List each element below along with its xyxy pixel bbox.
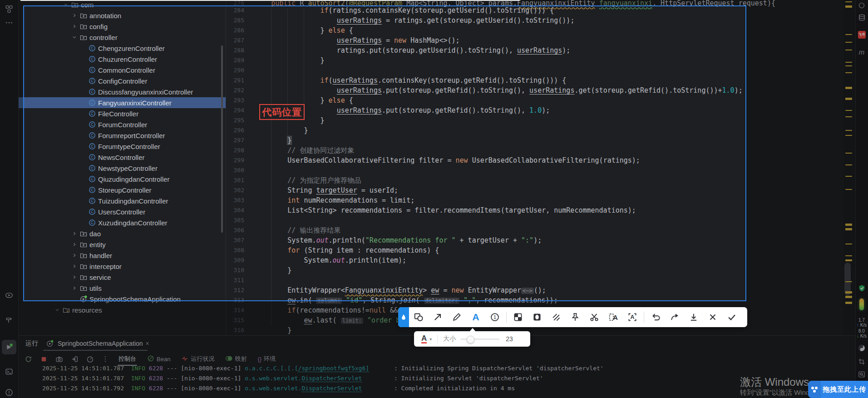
tree-item-FileController[interactable]: CFileController [19, 108, 226, 119]
tree-item-com[interactable]: com [19, 0, 226, 10]
tree-item-utils[interactable]: utils [19, 283, 226, 294]
project-structure-icon[interactable] [2, 2, 16, 16]
tree-item-entity[interactable]: entity [19, 239, 226, 250]
more-tool-windows-icon[interactable] [2, 15, 16, 30]
shapes-tool[interactable] [409, 307, 428, 327]
code-token: join [399, 296, 415, 304]
screenshot-toolbar[interactable]: A1AA [398, 307, 747, 327]
font-size-slider[interactable] [460, 336, 499, 342]
notifications-icon[interactable] [855, 0, 868, 11]
spotlight-tool[interactable] [528, 307, 547, 327]
problems-icon[interactable] [2, 385, 16, 398]
slider-thumb[interactable] [467, 336, 474, 343]
chevron-right-icon[interactable] [71, 241, 78, 248]
terminal-icon[interactable] [2, 364, 16, 379]
stop-icon[interactable] [39, 354, 49, 364]
chevron-down-icon[interactable] [54, 306, 61, 313]
code-token: userRatings [337, 16, 382, 25]
tree-item-DiscussfangyuanxinxiController[interactable]: CDiscussfangyuanxinxiController [19, 86, 226, 97]
class-icon: C [89, 197, 96, 204]
tree-item-interceptor[interactable]: interceptor [19, 261, 226, 272]
tree-item-ForumreportController[interactable]: CForumreportController [19, 130, 226, 141]
tree-item-ForumtypeController[interactable]: CForumtypeController [19, 141, 226, 152]
chevron-right-icon[interactable] [71, 230, 78, 237]
importx-icon[interactable] [69, 354, 79, 364]
tree-item-dao[interactable]: dao [19, 228, 226, 239]
chevron-right-icon[interactable] [71, 12, 78, 19]
antivirus-shield-icon[interactable] [855, 282, 868, 294]
rerun-icon[interactable] [23, 354, 33, 364]
confirm-tool-button[interactable] [722, 307, 741, 327]
more-options-icon[interactable]: ⋮ [100, 354, 110, 364]
tree-item-TuizudingdanController[interactable]: CTuizudingdanController [19, 195, 226, 206]
maven-icon[interactable]: m [855, 45, 868, 58]
tree-item-ForumController[interactable]: CForumController [19, 119, 226, 130]
performance-meter[interactable] [855, 298, 868, 311]
tree-item-ConfigController[interactable]: CConfigController [19, 75, 226, 86]
chevron-right-icon[interactable] [71, 263, 78, 270]
tree-item-handler[interactable]: handler [19, 250, 226, 261]
pin-tool[interactable] [566, 307, 585, 327]
tree-item-FangyuanxinxiController[interactable]: CFangyuanxinxiController [19, 97, 226, 108]
code-editor[interactable]: 276 public R autoSort2(@RequestParam Map… [226, 0, 844, 335]
code-token: limit: [341, 318, 363, 324]
hatch-tool[interactable] [547, 307, 566, 327]
build-icon[interactable] [2, 313, 16, 327]
tree-item-NewstypeController[interactable]: CNewstypeController [19, 163, 226, 174]
chevron-right-icon[interactable] [71, 274, 78, 281]
stripe-mark [845, 65, 852, 66]
download-tool[interactable] [684, 307, 703, 327]
brush-tool-active[interactable] [398, 307, 409, 327]
swirl-app-icon[interactable] [855, 342, 868, 354]
arrow-tool[interactable] [428, 307, 447, 327]
cut-tool[interactable] [585, 307, 604, 327]
class-icon: C [89, 143, 96, 150]
screenshot-crop-icon[interactable] [855, 355, 868, 368]
drag-upload-chip[interactable]: 拖拽至此上传 [808, 381, 868, 398]
tree-item-NewsController[interactable]: CNewsController [19, 152, 226, 163]
chevron-down-icon[interactable] [71, 34, 78, 41]
tree-item-resources[interactable]: resources [19, 304, 226, 315]
services-icon[interactable] [2, 288, 16, 303]
svg-text:A: A [631, 314, 635, 320]
font-settings-popup[interactable]: A ▾ 大小 23 [414, 331, 530, 347]
run-icon[interactable] [2, 340, 16, 354]
editor-scrollbar-thumb[interactable] [844, 263, 851, 295]
pen-tool[interactable] [447, 307, 466, 327]
text-tool[interactable]: A [466, 307, 485, 327]
chevron-right-icon[interactable] [71, 284, 78, 292]
undo-tool[interactable] [646, 307, 665, 327]
tree-item-ChuzurenController[interactable]: CChuzurenController [19, 54, 226, 65]
font-color-button[interactable]: A [421, 334, 427, 343]
tree-item-controller[interactable]: controller [19, 32, 226, 43]
chevron-down-icon[interactable] [62, 1, 69, 8]
close-icon[interactable]: × [146, 340, 149, 347]
tree-item-UsersController[interactable]: CUsersController [19, 206, 226, 217]
net-down-speed[interactable]: 8.0↓ K/s [855, 327, 868, 340]
feishu-plugin-icon[interactable]: 飞书 [855, 28, 868, 41]
camera-icon[interactable] [54, 354, 64, 364]
red-annotation-box[interactable]: 代码位置 [259, 104, 305, 120]
tree-item-StoreupController[interactable]: CStoreupController [19, 184, 226, 195]
chevron-right-icon[interactable] [71, 252, 78, 259]
search-tool-icon[interactable] [855, 368, 868, 381]
tree-item-QiuzudingdanController[interactable]: CQiuzudingdanController [19, 174, 226, 184]
run-tab[interactable]: SpringbootSchemaApplication × [45, 338, 149, 349]
chevron-right-icon[interactable] [71, 23, 78, 30]
tree-item-ChengzurenController[interactable]: CChengzurenController [19, 43, 226, 54]
database-icon[interactable] [855, 11, 868, 24]
share-tool[interactable] [665, 307, 684, 327]
tree-item-XuzudingdanController[interactable]: CXuzudingdanController [19, 217, 226, 228]
tree-item-SpringbootSchemaApplication[interactable]: SpringbootSchemaApplication [19, 294, 226, 304]
pick-text-tool[interactable]: A [604, 307, 623, 327]
tree-scrollbar[interactable] [221, 45, 223, 233]
mosaic-tool[interactable] [508, 307, 528, 327]
gauge-icon[interactable] [85, 354, 95, 364]
tree-item-CommonController[interactable]: CCommonController [19, 65, 226, 75]
scan-text-tool[interactable]: A [623, 307, 642, 327]
step-tool[interactable]: 1 [485, 307, 504, 327]
tree-item-annotation[interactable]: annotation [19, 10, 226, 21]
tree-item-config[interactable]: config [19, 21, 226, 32]
tree-item-service[interactable]: service [19, 272, 226, 283]
close-tool-button[interactable] [703, 307, 722, 327]
